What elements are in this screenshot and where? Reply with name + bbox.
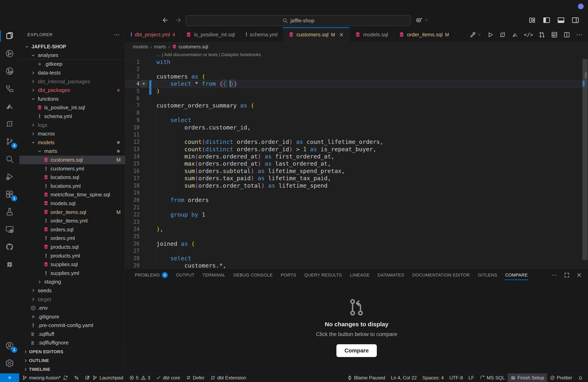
breadcrumb[interactable]: models›marts›customers.sql — [125, 42, 588, 51]
code-line-5[interactable]: 5 ) — [125, 88, 588, 95]
tree-item-seeds[interactable]: seeds — [20, 286, 125, 295]
activity-item-project-structure[interactable] — [0, 80, 19, 97]
tree-item-gitignore[interactable]: .gitignore — [20, 312, 125, 321]
tree-item-orders-yml[interactable]: ! orders.yml — [20, 234, 125, 243]
code-line-21[interactable]: 21 — [125, 204, 588, 211]
status-cursor-position[interactable]: Ln 4, Col 22 — [388, 373, 420, 382]
action-altimate-action[interactable] — [511, 31, 519, 38]
toggle-panel-icon[interactable] — [557, 16, 565, 24]
tree-item-customers-sql[interactable]: customers.sql M — [20, 156, 125, 164]
tab-schema-yml[interactable]: !schema.yml — [240, 27, 283, 42]
customize-layout-icon[interactable] — [528, 16, 536, 24]
tab-order-items-sql[interactable]: order_items.sql M — [393, 27, 454, 42]
tree-item-models[interactable]: models — [20, 138, 125, 147]
action-split-editor[interactable] — [563, 31, 570, 38]
toggle-secondary-sidebar-icon[interactable] — [571, 16, 580, 24]
code-line-10[interactable]: 10 orders.customer_id, — [125, 124, 588, 131]
panel-tab-gitlens[interactable]: GITLENS — [474, 269, 501, 281]
tree-item-orders-sql[interactable]: orders.sql — [20, 225, 125, 234]
status-problems[interactable]: 53 — [126, 373, 153, 382]
activity-item-testing[interactable] — [0, 203, 19, 221]
tree-item-models-sql[interactable]: models.sql — [20, 199, 125, 208]
action-dbt-action[interactable] — [499, 31, 506, 38]
tree-item-is-positive-int-sql[interactable]: is_positive_int.sql — [20, 103, 125, 112]
action-query-results-grid[interactable] — [551, 31, 558, 38]
code-line-7[interactable]: 7 customer_orders_summary as ( — [125, 102, 588, 109]
activity-item-dbt[interactable] — [0, 115, 19, 133]
tab-is-positive-int-sql[interactable]: is_positive_int.sql — [180, 27, 240, 42]
panel-tab-debug-console[interactable]: DEBUG CONSOLE — [230, 269, 277, 281]
activity-item-extensions[interactable]: 1 — [0, 185, 19, 203]
status-dbt-extension[interactable]: dbt Extension — [207, 373, 249, 382]
activity-item-accounts[interactable]: 1 — [0, 337, 19, 354]
activity-item-remote-explorer[interactable] — [0, 221, 19, 238]
activity-item-dbt-power-user[interactable] — [0, 256, 19, 273]
tab-models-sql[interactable]: models.sql — [350, 27, 393, 42]
code-line-14[interactable]: 14 min(orders.ordered_at) as first_order… — [125, 153, 588, 160]
code-line-17[interactable]: 17 sum(orders.tax_paid) as lifetime_tax_… — [125, 175, 588, 182]
tab-customers-sql[interactable]: customers.sql M — [283, 27, 350, 42]
section-timeline[interactable]: TIMELINE — [20, 365, 125, 373]
breadcrumb-item[interactable]: marts — [154, 44, 166, 50]
activity-item-query-history[interactable] — [0, 62, 19, 80]
code-line-8[interactable]: 8 — [125, 109, 588, 116]
status-launchpad[interactable]: Launchpad — [82, 373, 126, 382]
code-line-9[interactable]: 9 select — [125, 116, 588, 124]
code-line-16[interactable]: 16 sum(orders.subtotal) as lifetime_spen… — [125, 167, 588, 175]
status-eol[interactable]: LF — [466, 373, 477, 382]
activity-item-github[interactable] — [0, 238, 19, 256]
tree-item-env[interactable]: .env — [20, 304, 125, 312]
status-finish-setup[interactable]: Finish Setup — [508, 373, 547, 382]
tree-item-supplies-sql[interactable]: supplies.sql — [20, 260, 125, 269]
activity-item-lineage[interactable] — [0, 45, 19, 62]
code-line-22[interactable]: 22 group by 1 — [125, 211, 588, 218]
panel-tab-query-results[interactable]: QUERY RESULTS — [300, 269, 346, 281]
panel-more-icon[interactable] — [551, 272, 558, 278]
status-indentation[interactable]: Spaces: 4 — [420, 373, 447, 382]
tree-item-dbt-packages[interactable]: dbt_packages — [20, 86, 125, 95]
toggle-sidebar-icon[interactable] — [542, 16, 551, 24]
code-line-6[interactable]: 6 — [125, 95, 588, 102]
action-dbt-build-tasks[interactable] — [469, 31, 482, 38]
code-line-13[interactable]: 13 count(distinct orders.order_id) > 1 a… — [125, 146, 588, 153]
tree-item-dbt-internal-packages[interactable]: dbt_internal_packages — [20, 77, 125, 86]
code-line-20[interactable]: 20 from orders — [125, 196, 588, 204]
panel-tab-output[interactable]: OUTPUT — [172, 269, 198, 281]
command-center-search[interactable]: jaffle-shop — [186, 15, 411, 26]
code-line-15[interactable]: 15 max(orders.ordered_at) as last_ordere… — [125, 160, 588, 167]
panel-tab-datamates[interactable]: DATAMATES — [374, 269, 408, 281]
action-git-pull-request[interactable] — [538, 31, 546, 38]
status-dbt-core[interactable]: dbt core — [153, 373, 183, 382]
code-line-19[interactable]: 19 — [125, 189, 588, 196]
tree-item-schema-yml[interactable]: ! schema.yml — [20, 112, 125, 121]
status-encoding[interactable]: UTF-8 — [447, 373, 466, 382]
tree-item-gitkeep[interactable]: .gitkeep — [20, 60, 125, 69]
panel-tab-lineage[interactable]: LINEAGE — [346, 269, 374, 281]
code-line-11[interactable]: 11 — [125, 131, 588, 138]
code-line-4[interactable]: 4 + select * from {{ }} — [125, 80, 588, 87]
code-line-28[interactable]: 28 select — [125, 255, 588, 262]
tree-item-locations-sql[interactable]: locations.sql — [20, 173, 125, 182]
tree-item-pre-commit-config-yaml[interactable]: ! .pre-commit-config.yaml — [20, 321, 125, 330]
activity-item-run-and-debug[interactable] — [0, 168, 19, 185]
code-line-1[interactable]: 1 with — [125, 58, 588, 66]
navigate-back-icon[interactable] — [162, 16, 169, 24]
tree-item-macros[interactable]: macros — [20, 130, 125, 138]
panel-tab-documentation-editor[interactable]: DOCUMENTATION EDITOR — [408, 269, 474, 281]
tree-item-locations-yml[interactable]: ! locations.yml — [20, 182, 125, 191]
tree-item-products-yml[interactable]: ! products.yml — [20, 251, 125, 260]
status-prettier[interactable]: Prettier — [547, 373, 575, 382]
code-line-18[interactable]: 18 sum(orders.order_total) as lifetime_s… — [125, 182, 588, 189]
tree-item-supplies-yml[interactable]: ! supplies.yml — [20, 269, 125, 278]
navigate-forward-icon[interactable] — [174, 16, 182, 24]
section-outline[interactable]: OUTLINE — [20, 356, 125, 365]
panel-tab-ports[interactable]: PORTS — [277, 269, 300, 281]
code-line-23[interactable]: 23 — [125, 218, 588, 226]
action-run-query[interactable] — [487, 31, 494, 38]
panel-tab-terminal[interactable]: TERMINAL — [198, 269, 229, 281]
compare-button[interactable]: Compare — [336, 344, 377, 357]
code-line-27[interactable]: 27 — [125, 247, 588, 254]
inline-add-button[interactable]: + — [140, 80, 147, 87]
status-notifications[interactable] — [575, 373, 586, 382]
activity-item-altimate-ai[interactable] — [0, 97, 19, 115]
